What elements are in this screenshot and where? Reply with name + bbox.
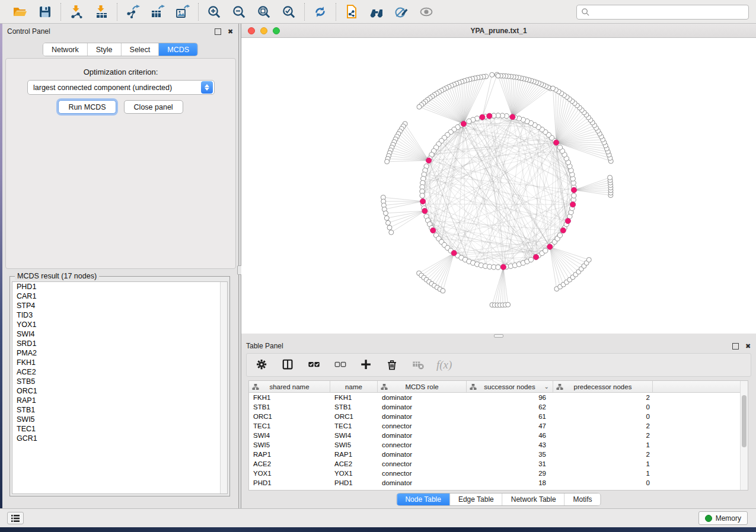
graph-node[interactable] (385, 159, 390, 164)
result-node-item[interactable]: SWI5 (12, 415, 227, 424)
result-node-item[interactable]: GCR1 (12, 434, 227, 443)
result-node-item[interactable]: PMA2 (12, 348, 227, 358)
graph-node-mcds[interactable] (451, 251, 457, 256)
result-node-item[interactable]: STB1 (12, 405, 227, 415)
select-all-button[interactable] (306, 357, 323, 373)
close-window-icon[interactable] (248, 27, 255, 34)
zoom-selected-button[interactable] (280, 4, 297, 20)
column-header-successor-nodes[interactable]: successor nodes⌄ (467, 381, 553, 392)
table-row[interactable]: SWI4SWI4dominator462 (249, 431, 740, 440)
tab-network-table[interactable]: Network Table (503, 493, 565, 505)
graph-node-mcds[interactable] (560, 227, 566, 233)
table-row[interactable]: YOX1YOX1connector291 (249, 469, 740, 478)
result-node-item[interactable]: SWI4 (12, 329, 227, 339)
graph-node-mcds[interactable] (422, 209, 428, 214)
graph-node-mcds[interactable] (565, 218, 570, 223)
result-node-item[interactable]: ACE2 (12, 367, 227, 377)
search-input[interactable] (590, 7, 748, 18)
export-table-button[interactable] (149, 4, 166, 20)
import-network-button[interactable] (68, 4, 85, 20)
refresh-button[interactable] (312, 4, 328, 20)
graph-node[interactable] (586, 258, 591, 262)
result-node-item[interactable]: YOX1 (12, 320, 227, 329)
graph-node-mcds[interactable] (533, 254, 538, 259)
graph-node-mcds[interactable] (420, 198, 426, 204)
import-table-button[interactable] (93, 4, 110, 20)
tab-motifs[interactable]: Motifs (565, 493, 601, 505)
zoom-out-button[interactable] (231, 4, 247, 20)
graph-node[interactable] (490, 72, 495, 77)
graph-node[interactable] (467, 119, 471, 124)
graph-node[interactable] (543, 248, 548, 253)
result-node-item[interactable]: TID3 (12, 310, 227, 320)
deselect-all-button[interactable] (332, 357, 349, 373)
graph-node[interactable] (528, 257, 533, 262)
graph-node[interactable] (496, 73, 500, 78)
float-panel-icon[interactable] (215, 28, 221, 35)
network-canvas[interactable] (241, 38, 756, 334)
graph-node[interactable] (417, 104, 422, 109)
result-node-item[interactable]: FKH1 (12, 358, 227, 367)
result-node-item[interactable]: SRD1 (12, 339, 227, 348)
graph-node[interactable] (506, 302, 511, 307)
close-table-panel-icon[interactable]: ✖ (745, 343, 751, 350)
graph-node-mcds[interactable] (487, 113, 492, 118)
graph-node-mcds[interactable] (500, 264, 506, 270)
table-row[interactable]: STB1STB1dominator620 (249, 402, 740, 412)
graph-node[interactable] (608, 175, 613, 180)
result-node-item[interactable]: RAP1 (12, 396, 227, 405)
graph-node[interactable] (420, 193, 425, 198)
graph-node-mcds[interactable] (480, 114, 485, 120)
table-scrollbar[interactable] (740, 381, 748, 490)
result-node-item[interactable]: STP4 (12, 301, 227, 310)
horizontal-splitter[interactable] (241, 334, 756, 338)
tab-select[interactable]: Select (122, 43, 160, 56)
network-file-button[interactable] (343, 4, 360, 20)
open-button[interactable] (12, 4, 28, 20)
graph-node-mcds[interactable] (430, 227, 436, 233)
graph-node-mcds[interactable] (547, 244, 553, 249)
close-panel-icon[interactable]: ✖ (227, 28, 234, 35)
toggle-details-button[interactable] (393, 4, 410, 20)
task-history-button[interactable] (7, 512, 24, 524)
graph-node-mcds[interactable] (426, 158, 432, 163)
add-button[interactable] (358, 357, 375, 373)
graph-node-mcds[interactable] (510, 114, 515, 120)
result-list-scrollbar[interactable] (220, 282, 227, 493)
table-row[interactable]: SWI5SWI5connector431 (249, 440, 740, 450)
delete-button[interactable] (384, 357, 401, 373)
graph-node[interactable] (387, 225, 392, 230)
tab-network[interactable]: Network (43, 43, 88, 56)
graph-node-mcds[interactable] (461, 121, 466, 126)
tab-mcds[interactable]: MCDS (159, 43, 197, 56)
close-panel-button[interactable]: Close panel (124, 100, 183, 114)
float-table-panel-icon[interactable] (732, 343, 739, 350)
tab-edge-table[interactable]: Edge Table (450, 493, 503, 505)
graph-node[interactable] (572, 193, 576, 198)
graph-node[interactable] (551, 86, 556, 91)
column-header-shared-name[interactable]: shared name (249, 381, 330, 392)
table-row[interactable]: ACE2ACE2connector311 (249, 459, 740, 469)
run-mcds-button[interactable]: Run MCDS (58, 100, 116, 114)
graph-node-mcds[interactable] (554, 140, 559, 145)
binoculars-button[interactable] (368, 4, 385, 20)
tab-node-table[interactable]: Node Table (397, 493, 450, 505)
optimization-criterion-select[interactable]: largest connected component (undirected) (27, 80, 215, 95)
result-node-item[interactable]: ORC1 (12, 386, 227, 396)
graph-node[interactable] (441, 289, 445, 293)
maximize-window-icon[interactable] (273, 27, 280, 34)
graph-node[interactable] (557, 145, 562, 150)
column-header-predecessor-nodes[interactable]: predecessor nodes (553, 381, 653, 392)
graph-node[interactable] (496, 265, 500, 270)
minimize-window-icon[interactable] (260, 27, 267, 34)
export-image-button[interactable] (174, 4, 191, 20)
result-node-item[interactable]: CAR1 (12, 291, 227, 301)
zoom-in-button[interactable] (206, 4, 222, 20)
columns-button[interactable] (280, 357, 296, 373)
export-network-button[interactable] (125, 4, 141, 20)
graph-node[interactable] (384, 216, 389, 220)
table-row[interactable]: TEC1TEC1connector472 (249, 421, 740, 431)
graph-node[interactable] (389, 230, 394, 235)
save-button[interactable] (37, 4, 53, 20)
graph-node[interactable] (386, 220, 391, 225)
